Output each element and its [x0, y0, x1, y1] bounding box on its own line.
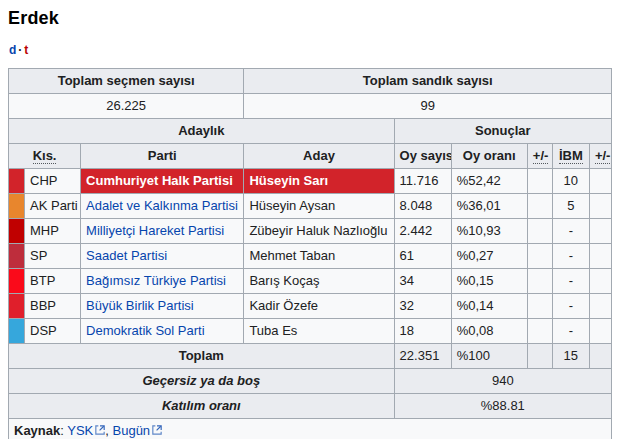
change2-cell: [589, 319, 611, 344]
share-cell: %52,42: [451, 169, 527, 194]
source-link-bugun[interactable]: Bugün: [113, 423, 151, 438]
source-cell: Kaynak: YSK, Bugün: [9, 419, 612, 439]
party-color-swatch: [9, 269, 25, 294]
party-cell: Demokratik Sol Parti: [81, 319, 244, 344]
party-rows: CHP Cumhuriyet Halk Partisi Hüseyin Sarı…: [9, 169, 612, 344]
page-title: Erdek: [8, 8, 612, 29]
votes-cell: 32: [394, 294, 451, 319]
share-cell: %0,08: [451, 319, 527, 344]
candidate-name: Kadir Özefe: [244, 294, 394, 319]
invalid-label: Geçersiz ya da boş: [9, 369, 395, 394]
party-abbr: AK Parti: [25, 194, 81, 219]
change1-cell: [527, 219, 552, 244]
totals-label: Toplam: [9, 344, 395, 369]
results-group-header: Sonuçlar: [394, 119, 611, 144]
source-label: Kaynak: [14, 423, 60, 438]
group-header-row: Adaylık Sonuçlar: [9, 119, 612, 144]
change2-cell: [589, 219, 611, 244]
change1-cell: [527, 294, 552, 319]
party-name-link[interactable]: Saadet Partisi: [86, 248, 167, 263]
candidate-name: Mehmet Taban: [244, 244, 394, 269]
template-meta-links: d·t: [9, 43, 612, 57]
totals-votes: 22.351: [394, 344, 451, 369]
change1-cell: [527, 244, 552, 269]
party-name-link[interactable]: Cumhuriyet Halk Partisi: [86, 173, 233, 188]
totals-share: %100: [451, 344, 527, 369]
party-cell: Adalet ve Kalkınma Partisi: [81, 194, 244, 219]
column-header-row: Kıs. Parti Aday Oy sayısı Oy oranı +/- İ…: [9, 144, 612, 169]
summary-value-row: 26.225 99: [9, 94, 612, 119]
source-separator: ,: [105, 423, 112, 438]
change1-cell: [527, 319, 552, 344]
party-abbr: DSP: [25, 319, 81, 344]
candidate-name: Tuba Es: [244, 319, 394, 344]
party-color-swatch: [9, 244, 25, 269]
col-header-candidate: Aday: [244, 144, 394, 169]
table-row: MHP Milliyetçi Hareket Partisi Zübeyir H…: [9, 219, 612, 244]
voters-header: Toplam seçmen sayısı: [9, 69, 244, 94]
ibm-cell: -: [552, 319, 589, 344]
party-color-swatch: [9, 169, 25, 194]
external-link-icon: [95, 425, 105, 435]
party-name-link[interactable]: Adalet ve Kalkınma Partisi: [86, 198, 238, 213]
turnout-label: Katılım oranı: [9, 394, 395, 419]
party-cell: Cumhuriyet Halk Partisi: [81, 169, 244, 194]
source-link-ysk[interactable]: YSK: [67, 423, 93, 438]
share-cell: %36,01: [451, 194, 527, 219]
share-cell: %0,14: [451, 294, 527, 319]
votes-cell: 34: [394, 269, 451, 294]
change1-cell: [527, 194, 552, 219]
votes-cell: 61: [394, 244, 451, 269]
votes-cell: 18: [394, 319, 451, 344]
change2-cell: [589, 294, 611, 319]
invalid-value: 940: [394, 369, 611, 394]
ballot-boxes-header: Toplam sandık sayısı: [244, 69, 612, 94]
party-color-swatch: [9, 219, 25, 244]
change2-cell: [589, 169, 611, 194]
candidate-name: Hüseyin Aysan: [244, 194, 394, 219]
election-results-table: Toplam seçmen sayısı Toplam sandık sayıs…: [8, 68, 612, 439]
turnout-row: Katılım oranı %88.81: [9, 394, 612, 419]
share-cell: %10,93: [451, 219, 527, 244]
change1-cell: [527, 269, 552, 294]
table-row: SP Saadet Partisi Mehmet Taban 61 %0,27 …: [9, 244, 612, 269]
ibm-cell: -: [552, 244, 589, 269]
party-abbr: BTP: [25, 269, 81, 294]
votes-cell: 11.716: [394, 169, 451, 194]
talk-template-link[interactable]: t: [24, 43, 28, 57]
summary-header-row: Toplam seçmen sayısı Toplam sandık sayıs…: [9, 69, 612, 94]
party-abbr: SP: [25, 244, 81, 269]
candidate-name: Zübeyir Haluk Nazlıoğlu: [244, 219, 394, 244]
party-abbr: MHP: [25, 219, 81, 244]
ibm-cell: 10: [552, 169, 589, 194]
col-header-abbr: Kıs.: [9, 144, 81, 169]
share-cell: %0,27: [451, 244, 527, 269]
party-name-link[interactable]: Bağımsız Türkiye Partisi: [86, 273, 226, 288]
party-cell: Saadet Partisi: [81, 244, 244, 269]
col-header-share: Oy oranı: [451, 144, 527, 169]
candidate-name: Hüseyin Sarı: [244, 169, 394, 194]
party-name-link[interactable]: Demokratik Sol Parti: [86, 323, 204, 338]
col-header-party: Parti: [81, 144, 244, 169]
totals-ibm: 15: [552, 344, 589, 369]
party-color-swatch: [9, 194, 25, 219]
voters-value: 26.225: [9, 94, 244, 119]
invalid-votes-row: Geçersiz ya da boş 940: [9, 369, 612, 394]
external-link-icon: [152, 425, 162, 435]
change2-cell: [589, 244, 611, 269]
party-name-link[interactable]: Büyük Birlik Partisi: [86, 298, 194, 313]
totals-change1: [527, 344, 552, 369]
ballot-boxes-value: 99: [244, 94, 612, 119]
party-abbr: CHP: [25, 169, 81, 194]
turnout-value: %88.81: [394, 394, 611, 419]
candidate-name: Barış Koçaş: [244, 269, 394, 294]
article-page: Erdek d·t Toplam seçmen sayısı Toplam sa…: [0, 0, 620, 439]
table-row: AK Parti Adalet ve Kalkınma Partisi Hüse…: [9, 194, 612, 219]
col-header-votes: Oy sayısı: [394, 144, 451, 169]
party-name-link[interactable]: Milliyetçi Hareket Partisi: [86, 223, 224, 238]
ibm-cell: -: [552, 219, 589, 244]
col-header-change1: +/-: [527, 144, 552, 169]
party-color-swatch: [9, 319, 25, 344]
share-cell: %0,15: [451, 269, 527, 294]
col-header-ibm: İBM: [552, 144, 589, 169]
